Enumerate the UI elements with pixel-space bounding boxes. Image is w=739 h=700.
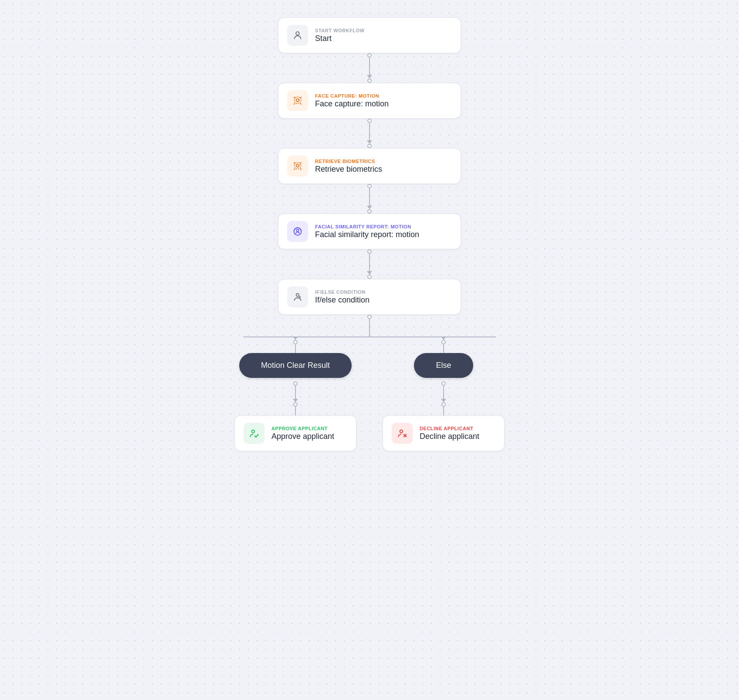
- line-3: [369, 188, 370, 206]
- dot-pre-branch: [367, 315, 372, 319]
- start-icon: [287, 25, 308, 46]
- face-capture-title: Face capture: motion: [315, 99, 389, 109]
- facial-similarity-title: Facial similarity report: motion: [315, 230, 419, 239]
- retrieve-biometrics-title: Retrieve biometrics: [315, 165, 382, 174]
- dot-3b: [367, 209, 372, 214]
- right-dot-lower2: [441, 402, 446, 407]
- face-capture-label: FACE CAPTURE: MOTION: [315, 93, 389, 99]
- dot-4b: [367, 275, 372, 279]
- if-else-node[interactable]: IF/ELSE CONDITION If/else condition: [278, 279, 461, 315]
- facial-similarity-text: FACIAL SIMILARITY REPORT: MOTION Facial …: [315, 224, 419, 239]
- retrieve-biometrics-label: RETRIEVE BIOMETRICS: [315, 159, 382, 164]
- dot-4: [367, 249, 372, 254]
- decline-icon: [392, 423, 413, 444]
- face-capture-text: FACE CAPTURE: MOTION Face capture: motio…: [315, 93, 389, 109]
- face-capture-node[interactable]: FACE CAPTURE: MOTION Face capture: motio…: [278, 83, 461, 119]
- left-dot-lower2: [293, 402, 298, 407]
- arrow-2: [367, 140, 372, 144]
- svg-point-0: [296, 32, 299, 35]
- right-dot-lower: [441, 381, 446, 386]
- workflow-diagram: START WORKFLOW Start FACE CAPTURE: MOTIO…: [173, 17, 566, 451]
- line-1: [369, 58, 370, 75]
- connector-3: [367, 184, 372, 214]
- start-label: START WORKFLOW: [315, 28, 365, 33]
- branch-container: Motion Clear Result APPROVE: [221, 336, 518, 451]
- left-line-3: [295, 407, 296, 415]
- approve-node[interactable]: APPROVE APPLICANT Approve applicant: [234, 415, 356, 451]
- retrieve-biometrics-text: RETRIEVE BIOMETRICS Retrieve biometrics: [315, 159, 382, 174]
- left-branch-connector: [293, 336, 298, 353]
- svg-point-2: [294, 97, 301, 103]
- right-line-3: [443, 407, 444, 415]
- decline-label: DECLINE APPLICANT: [420, 426, 479, 431]
- svg-point-7: [296, 293, 299, 296]
- svg-point-4: [294, 162, 301, 169]
- branch-horizontal-line: [243, 336, 496, 337]
- if-else-icon: [287, 286, 308, 307]
- right-arrow-lower: [441, 399, 446, 402]
- arrow-3: [367, 206, 372, 209]
- dot-1b: [367, 78, 372, 83]
- svg-point-8: [252, 430, 255, 433]
- left-branch-lower-connector: [293, 378, 298, 415]
- dot-1: [367, 53, 372, 58]
- left-line-2: [295, 386, 296, 399]
- decline-title: Decline applicant: [420, 432, 479, 441]
- facial-similarity-icon: [287, 221, 308, 242]
- right-branch: Else DECLINE A: [370, 336, 518, 451]
- svg-point-9: [400, 430, 403, 433]
- decline-text: DECLINE APPLICANT Decline applicant: [420, 426, 479, 441]
- start-title: Start: [315, 34, 365, 43]
- approve-title: Approve applicant: [271, 432, 334, 441]
- svg-point-3: [296, 164, 299, 167]
- line-pre-branch: [369, 319, 370, 336]
- approve-text: APPROVE APPLICANT Approve applicant: [271, 426, 334, 441]
- right-dot: [441, 340, 446, 344]
- else-button[interactable]: Else: [414, 353, 473, 378]
- svg-point-6: [296, 229, 298, 231]
- face-capture-icon: [287, 90, 308, 111]
- approve-icon: [244, 423, 264, 444]
- connector-4: [367, 249, 372, 279]
- left-line-1: [295, 344, 296, 353]
- start-text: START WORKFLOW Start: [315, 28, 365, 43]
- right-branch-lower-connector: [441, 378, 446, 415]
- retrieve-biometrics-icon: [287, 156, 308, 177]
- dot-2b: [367, 144, 372, 148]
- left-arrow-lower: [293, 399, 298, 402]
- facial-similarity-label: FACIAL SIMILARITY REPORT: MOTION: [315, 224, 419, 229]
- left-dot: [293, 340, 298, 344]
- line-2: [369, 123, 370, 140]
- pre-branch-connector: [367, 315, 372, 336]
- connector-2: [367, 119, 372, 148]
- start-node[interactable]: START WORKFLOW Start: [278, 17, 461, 53]
- arrow-4: [367, 271, 372, 275]
- decline-node[interactable]: DECLINE APPLICANT Decline applicant: [383, 415, 505, 451]
- if-else-text: IF/ELSE CONDITION If/else condition: [315, 289, 370, 305]
- if-else-title: If/else condition: [315, 296, 370, 305]
- right-line-2: [443, 386, 444, 399]
- facial-similarity-node[interactable]: FACIAL SIMILARITY REPORT: MOTION Facial …: [278, 214, 461, 249]
- if-else-label: IF/ELSE CONDITION: [315, 289, 370, 295]
- right-branch-connector: [441, 336, 446, 353]
- dot-3: [367, 184, 372, 188]
- arrow-1: [367, 75, 372, 78]
- retrieve-biometrics-node[interactable]: RETRIEVE BIOMETRICS Retrieve biometrics: [278, 148, 461, 184]
- dot-2: [367, 119, 372, 123]
- motion-clear-button[interactable]: Motion Clear Result: [239, 353, 352, 378]
- right-line-1: [443, 344, 444, 353]
- connector-1: [367, 53, 372, 83]
- svg-point-1: [296, 99, 299, 102]
- line-4: [369, 254, 370, 271]
- left-dot-lower: [293, 381, 298, 386]
- approve-label: APPROVE APPLICANT: [271, 426, 334, 431]
- left-branch: Motion Clear Result APPROVE: [221, 336, 370, 451]
